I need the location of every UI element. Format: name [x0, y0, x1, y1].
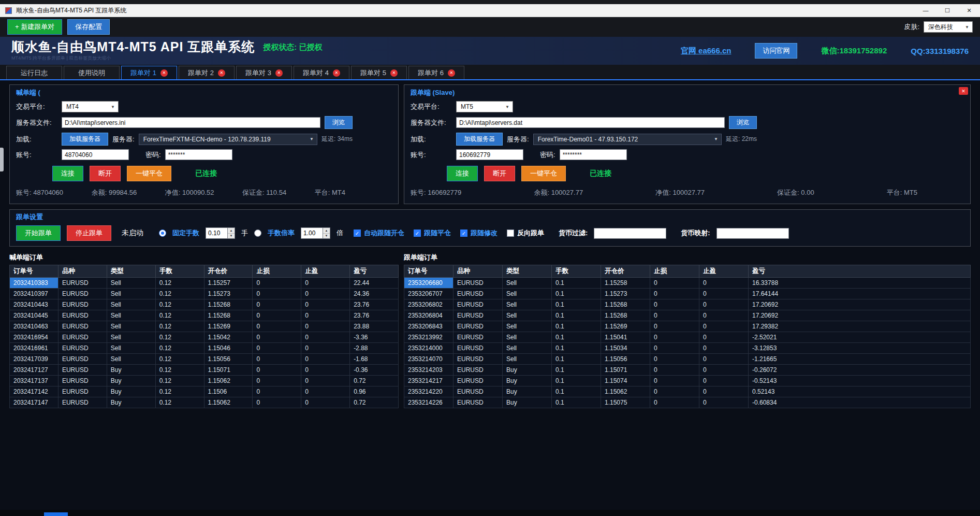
maximize-button[interactable]: ☐: [937, 4, 958, 17]
column-header[interactable]: 品种: [58, 265, 107, 278]
column-header[interactable]: 类型: [503, 265, 552, 278]
stop-copy-button[interactable]: 停止跟单: [67, 225, 111, 241]
start-copy-button[interactable]: 开始跟单: [16, 225, 61, 241]
order-row[interactable]: 2032416954EURUSDSell0.121.1504200-3.36: [10, 332, 399, 343]
checkbox-自动跟随开仓[interactable]: ✓自动跟随开仓: [354, 228, 404, 238]
currency-map-input[interactable]: [716, 228, 789, 239]
lot-multiplier-radio[interactable]: [254, 230, 261, 237]
slave-load-server-button[interactable]: 加载服务器: [456, 133, 503, 146]
column-header[interactable]: 止损: [253, 265, 301, 278]
column-header[interactable]: 订单号: [10, 265, 58, 278]
column-header[interactable]: 订单号: [404, 265, 454, 278]
spin-up-icon[interactable]: ▲: [323, 228, 330, 234]
order-row[interactable]: 2353206680EURUSDSell0.11.152580016.33788: [404, 278, 971, 289]
order-row[interactable]: 2353214226EURUSDBuy0.11.1507500-0.60834: [404, 397, 971, 408]
tab-close-icon[interactable]: ✕: [333, 69, 340, 77]
column-header[interactable]: 开仓价: [601, 265, 650, 278]
order-row[interactable]: 2032410463EURUSDSell0.121.152690023.88: [10, 321, 399, 332]
master-server-select[interactable]: ForexTimeFXTM-ECN-demo - 120.78.239.119 …: [139, 134, 317, 145]
order-row[interactable]: 2353206843EURUSDSell0.11.152690017.29382: [404, 321, 971, 332]
order-row[interactable]: 2353214203EURUSDBuy0.11.1507100-0.26072: [404, 365, 971, 376]
master-server-file-input[interactable]: [62, 117, 320, 128]
column-header[interactable]: 盈亏: [749, 265, 971, 278]
tab-跟单对 1[interactable]: 跟单对 1✕: [121, 66, 177, 79]
master-close-all-button[interactable]: 一键平仓: [127, 166, 171, 181]
slave-server-select[interactable]: ForexTime-Demo01 - 47.93.150.172 ▼: [533, 134, 722, 145]
titlebar[interactable]: 顺水鱼-自由鸟MT4-MT5 API 互跟单系统 — ☐ ✕: [0, 4, 980, 17]
slave-close-all-button[interactable]: 一键平仓: [521, 166, 566, 181]
master-account-input[interactable]: [62, 149, 129, 160]
chevron-down-icon[interactable]: ▼: [109, 105, 116, 109]
chevron-down-icon[interactable]: ▼: [308, 137, 315, 141]
slave-account-input[interactable]: [456, 149, 523, 160]
tab-跟单对 3[interactable]: 跟单对 3✕: [236, 66, 292, 79]
tab-close-icon[interactable]: ✕: [160, 69, 168, 77]
visit-site-button[interactable]: 访问官网: [755, 43, 797, 59]
minimize-button[interactable]: —: [915, 4, 937, 17]
order-row[interactable]: 2032417127EURUSDBuy0.121.1507100-0.36: [10, 365, 399, 376]
currency-filter-input[interactable]: [594, 228, 666, 239]
column-header[interactable]: 止损: [650, 265, 699, 278]
slave-browse-button[interactable]: 浏览: [729, 116, 757, 129]
order-row[interactable]: 2032417147EURUSDBuy0.121.15062000.72: [10, 397, 399, 408]
order-row[interactable]: 2032410443EURUSDSell0.121.152680023.76: [10, 299, 399, 310]
order-row[interactable]: 2032410445EURUSDSell0.121.152680023.76: [10, 310, 399, 321]
order-row[interactable]: 2032410383EURUSDSell0.121.152570022.44: [10, 278, 399, 289]
tab-跟单对 4[interactable]: 跟单对 4✕: [294, 66, 349, 79]
slave-password-input[interactable]: [560, 149, 627, 160]
order-row[interactable]: 2353214217EURUSDBuy0.11.1507400-0.52143: [404, 376, 971, 386]
column-header[interactable]: 止盈: [301, 265, 350, 278]
tab-close-icon[interactable]: ✕: [448, 69, 455, 77]
skin-select[interactable]: 深色科技 ▼: [924, 21, 973, 33]
pair-close-icon[interactable]: ✕: [959, 87, 968, 95]
checkbox-checked-icon[interactable]: ✓: [460, 230, 467, 237]
spin-up-icon[interactable]: ▲: [228, 228, 235, 234]
checkbox-跟随修改[interactable]: ✓跟随修改: [460, 228, 498, 238]
master-connect-button[interactable]: 连接: [52, 166, 83, 181]
chevron-down-icon[interactable]: ▼: [712, 137, 720, 141]
order-row[interactable]: 2032410397EURUSDSell0.121.152730024.36: [10, 289, 399, 299]
master-disconnect-button[interactable]: 断开: [90, 166, 121, 181]
order-row[interactable]: 2353213992EURUSDSell0.11.1504100-2.52021: [404, 332, 971, 343]
close-button[interactable]: ✕: [958, 4, 980, 17]
spin-down-icon[interactable]: ▼: [323, 234, 330, 239]
spin-down-icon[interactable]: ▼: [228, 234, 235, 239]
column-header[interactable]: 开仓价: [204, 265, 253, 278]
tab-close-icon[interactable]: ✕: [218, 69, 225, 77]
slave-server-file-input[interactable]: [456, 117, 725, 128]
checkbox-跟随平仓[interactable]: ✓跟随平仓: [414, 228, 451, 238]
order-row[interactable]: 2353206802EURUSDSell0.11.152680017.20692: [404, 299, 971, 310]
column-header[interactable]: 手数: [155, 265, 204, 278]
order-row[interactable]: 2032417039EURUSDSell0.121.1505600-1.68: [10, 354, 399, 365]
order-row[interactable]: 2353214070EURUSDSell0.11.1505600-1.21665: [404, 354, 971, 365]
lot-multiplier-input[interactable]: [301, 227, 323, 239]
website-link[interactable]: 官网 ea666.cn: [681, 46, 732, 56]
master-load-server-button[interactable]: 加载服务器: [62, 133, 108, 146]
save-config-button[interactable]: 保存配置: [67, 19, 110, 35]
checkbox-反向跟单[interactable]: 反向跟单: [507, 228, 544, 238]
fixed-lot-input[interactable]: [206, 227, 227, 239]
tab-跟单对 5[interactable]: 跟单对 5✕: [351, 66, 407, 79]
order-row[interactable]: 2353214220EURUSDBuy0.11.15062000.52143: [404, 386, 971, 397]
master-browse-button[interactable]: 浏览: [325, 116, 353, 129]
tab-跟单对 6[interactable]: 跟单对 6✕: [408, 66, 464, 79]
order-row[interactable]: 2353206804EURUSDSell0.11.152680017.20692: [404, 310, 971, 321]
column-header[interactable]: 品种: [454, 265, 503, 278]
order-row[interactable]: 2353206707EURUSDSell0.11.152730017.64144: [404, 289, 971, 299]
order-row[interactable]: 2032416961EURUSDSell0.121.1504600-2.88: [10, 343, 399, 354]
tab-close-icon[interactable]: ✕: [390, 69, 398, 77]
chevron-down-icon[interactable]: ▼: [504, 105, 511, 109]
chevron-down-icon[interactable]: ▼: [963, 25, 971, 30]
column-header[interactable]: 止盈: [699, 265, 749, 278]
column-header[interactable]: 类型: [107, 265, 155, 278]
new-pair-button[interactable]: + 新建跟单对: [7, 19, 62, 35]
column-header[interactable]: 手数: [552, 265, 601, 278]
order-row[interactable]: 2032417142EURUSDBuy0.121.1506000.96: [10, 386, 399, 397]
checkbox-unchecked-icon[interactable]: [507, 230, 514, 237]
column-header[interactable]: 盈亏: [350, 265, 399, 278]
tab-运行日志[interactable]: 运行日志: [6, 66, 62, 79]
order-row[interactable]: 2032417137EURUSDBuy0.121.15062000.72: [10, 376, 399, 386]
order-row[interactable]: 2353214000EURUSDSell0.11.1503400-3.12853: [404, 343, 971, 354]
slave-platform-select[interactable]: MT5 ▼: [456, 101, 513, 112]
master-password-input[interactable]: [165, 149, 232, 160]
